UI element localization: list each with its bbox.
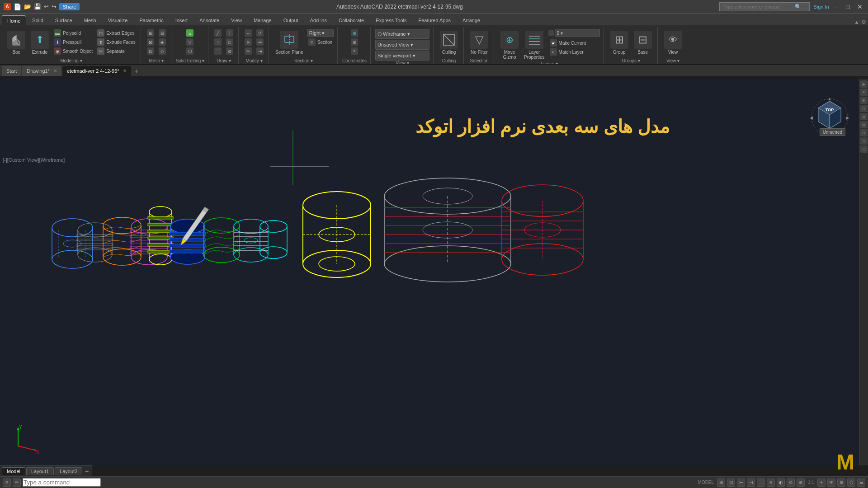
mesh-btn5[interactable]: ◈ bbox=[157, 38, 167, 46]
3d-obj-snap-btn[interactable]: ⊕ bbox=[797, 479, 805, 487]
tab-drawing1[interactable]: Drawing1* ✕ bbox=[22, 66, 61, 76]
search-icon[interactable]: 🔍 bbox=[795, 4, 802, 10]
layout-tab-layout1[interactable]: Layout1 bbox=[26, 467, 54, 475]
quick-access-open[interactable]: 📂 bbox=[24, 3, 31, 10]
single-viewport-dropdown[interactable]: Single viewport ▾ bbox=[375, 51, 429, 61]
polysolid-button[interactable]: ▬ Polysolid bbox=[52, 29, 94, 37]
search-box[interactable]: 🔍 bbox=[719, 2, 810, 11]
osnap-btn[interactable]: ⊤ bbox=[757, 479, 765, 487]
section-plane-button[interactable]: Section Plane bbox=[274, 29, 305, 56]
right-panel-btn8[interactable]: ▽ bbox=[860, 137, 868, 145]
command-input[interactable] bbox=[23, 478, 101, 487]
tab-drawing1-close[interactable]: ✕ bbox=[53, 68, 57, 73]
sign-in-btn[interactable]: Sign In bbox=[813, 4, 829, 9]
transparency-btn[interactable]: ◐ bbox=[777, 479, 785, 487]
culling-button[interactable]: Culling bbox=[438, 29, 460, 56]
canvas-area[interactable]: [-][Custom View][Wireframe] مدل های سه ب… bbox=[0, 79, 859, 465]
extrude-faces-button[interactable]: ⬆ Extrude Faces bbox=[96, 38, 137, 46]
polar-btn[interactable]: ⊣ bbox=[747, 479, 755, 487]
base-button[interactable]: ⊟ Base bbox=[632, 29, 654, 56]
tab-express[interactable]: Express Tools bbox=[370, 15, 412, 25]
tab-arrange[interactable]: Arrange bbox=[457, 15, 486, 25]
close-btn[interactable]: ✕ bbox=[855, 3, 864, 10]
customize-btn[interactable]: ☰ bbox=[857, 479, 865, 487]
lineweight-btn[interactable]: ≡ bbox=[767, 479, 775, 487]
coord-btn1[interactable]: ⊕ bbox=[349, 29, 359, 37]
search-input[interactable] bbox=[722, 4, 795, 9]
tab-etetmadi-close[interactable]: ✕ bbox=[123, 68, 127, 73]
draw-polyline[interactable]: ⌶ bbox=[225, 29, 235, 37]
share-btn[interactable]: Share bbox=[59, 3, 80, 10]
draw-line[interactable]: ╱ bbox=[213, 29, 223, 37]
tab-annotate[interactable]: Annotate bbox=[194, 15, 225, 25]
zoom-btn[interactable]: + bbox=[817, 479, 826, 487]
workspace-btn[interactable]: ⚙ bbox=[837, 479, 845, 487]
right-panel-btn5[interactable]: ◈ bbox=[860, 113, 868, 120]
tab-surface[interactable]: Surface bbox=[50, 15, 78, 25]
tab-visualize[interactable]: Visualize bbox=[103, 15, 133, 25]
layer-number-dropdown[interactable]: 0 ▾ bbox=[555, 29, 600, 37]
mesh-btn3[interactable]: ⊡ bbox=[146, 47, 156, 55]
no-filter-button[interactable]: ▽ No Filter bbox=[468, 29, 490, 56]
minimize-btn[interactable]: ─ bbox=[833, 3, 841, 10]
view-last-button[interactable]: 👁 View bbox=[662, 29, 684, 56]
tab-manage[interactable]: Manage bbox=[248, 15, 277, 25]
quick-access-undo[interactable]: ↩ bbox=[44, 3, 49, 10]
tab-addins[interactable]: Add-ins bbox=[305, 15, 332, 25]
modify-trim[interactable]: ✂ bbox=[243, 47, 253, 55]
status-pencil-btn[interactable]: ✏ bbox=[13, 479, 21, 487]
coord-btn3[interactable]: ⌖ bbox=[349, 47, 359, 55]
solid-btn2[interactable]: ▽ bbox=[185, 38, 195, 46]
grid-btn[interactable]: ⊞ bbox=[717, 479, 725, 487]
draw-circle[interactable]: ○ bbox=[213, 38, 223, 46]
quick-access-new[interactable]: 📄 bbox=[14, 3, 21, 10]
right-panel-btn6[interactable]: ⊞ bbox=[860, 121, 868, 128]
annotation-visibility-btn[interactable]: 👁 bbox=[827, 479, 835, 487]
group-button[interactable]: ⊞ Group bbox=[609, 29, 630, 56]
tab-collaborate[interactable]: Collaborate bbox=[333, 15, 369, 25]
tab-insert[interactable]: Insert bbox=[170, 15, 193, 25]
add-layout-button[interactable]: + bbox=[83, 468, 90, 475]
modify-rotate[interactable]: ↺ bbox=[255, 29, 265, 37]
modify-mirror[interactable]: ⇔ bbox=[255, 38, 265, 46]
layout-tab-model[interactable]: Model bbox=[2, 467, 25, 475]
draw-rect[interactable]: □ bbox=[225, 38, 235, 46]
add-tab-button[interactable]: + bbox=[132, 66, 141, 75]
main-canvas[interactable]: مدل های سه بعدی نرم افزار اتوکد bbox=[0, 79, 859, 465]
extract-edges-button[interactable]: ◻ Extract Edges bbox=[96, 29, 137, 37]
tab-etetmadi[interactable]: etetmadi-ver 2 4-12-95* ✕ bbox=[62, 66, 131, 76]
draw-arc[interactable]: ⌒ bbox=[213, 47, 223, 55]
tab-parametric[interactable]: Parametric bbox=[134, 15, 169, 25]
right-dropdown[interactable]: Right ▾ bbox=[307, 29, 334, 37]
tab-solid[interactable]: Solid bbox=[27, 15, 48, 25]
mesh-btn4[interactable]: ⊟ bbox=[157, 29, 167, 37]
tab-start[interactable]: Start bbox=[2, 66, 21, 76]
tab-view[interactable]: View bbox=[226, 15, 247, 25]
mesh-btn2[interactable]: ⊠ bbox=[146, 38, 156, 46]
ribbon-settings-icon[interactable]: ⚙ bbox=[861, 19, 866, 25]
model-label[interactable]: MODEL bbox=[697, 480, 716, 485]
right-panel-btn4[interactable]: ◻ bbox=[860, 105, 868, 112]
solid-btn1[interactable]: ▲ bbox=[185, 29, 195, 37]
layer-properties-button[interactable]: LayerProperties bbox=[522, 29, 547, 61]
ortho-btn[interactable]: ⊢ bbox=[737, 479, 745, 487]
modify-copy[interactable]: ⎘ bbox=[243, 38, 253, 46]
mesh-btn6[interactable]: ◇ bbox=[157, 47, 167, 55]
layout-tab-layout2[interactable]: Layout2 bbox=[55, 467, 82, 475]
unsaved-view-dropdown[interactable]: Unsaved View ▾ bbox=[375, 40, 429, 50]
tab-mesh[interactable]: Mesh bbox=[79, 15, 102, 25]
mesh-btn1[interactable]: ⊞ bbox=[146, 29, 156, 37]
view-cube-up[interactable]: ▲ bbox=[827, 97, 832, 101]
view-cube[interactable]: TOP ▲ ▼ ◀ ▶ bbox=[809, 97, 845, 133]
tab-home[interactable]: Home bbox=[2, 15, 26, 25]
move-gizmo-button[interactable]: ⊕ MoveGizmo bbox=[499, 29, 520, 61]
solid-btn3[interactable]: ⬡ bbox=[185, 47, 195, 55]
ribbon-minimize-icon[interactable]: ▲ bbox=[854, 19, 859, 25]
selection-cycling-btn[interactable]: ⊙ bbox=[787, 479, 795, 487]
status-close-btn[interactable]: ✕ bbox=[3, 479, 11, 487]
modify-extend[interactable]: ⇥ bbox=[255, 47, 265, 55]
view-cube-left[interactable]: ◀ bbox=[810, 115, 813, 120]
quick-access-redo[interactable]: ↪ bbox=[52, 3, 57, 10]
right-panel-btn1[interactable]: ▶ bbox=[860, 80, 868, 88]
right-panel-btn7[interactable]: ⊟ bbox=[860, 129, 868, 136]
